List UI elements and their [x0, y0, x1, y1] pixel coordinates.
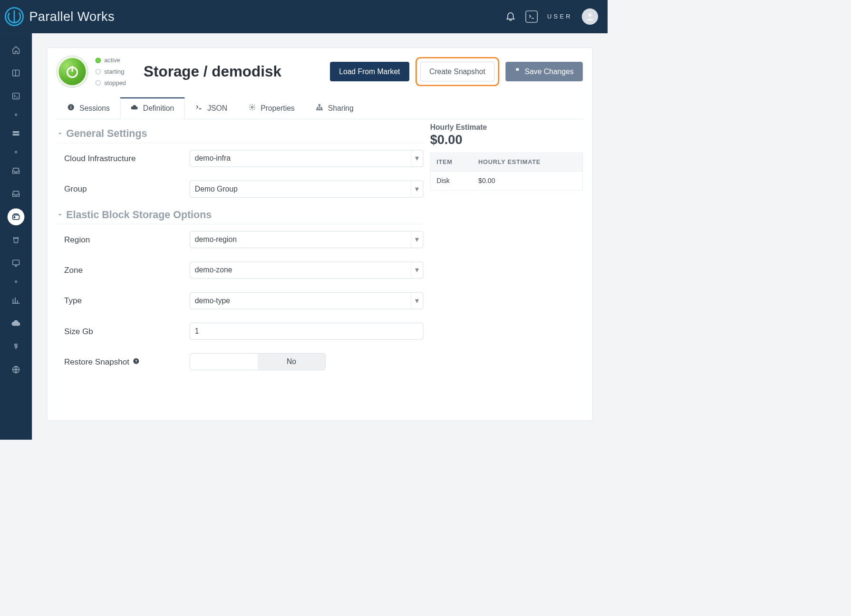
group-select[interactable]: Demo Group ▾	[190, 181, 423, 198]
select-value: demo-type	[195, 296, 230, 305]
select-value: Demo Group	[195, 184, 238, 193]
status-label: starting	[104, 68, 124, 75]
tab-sessions[interactable]: Sessions	[57, 97, 120, 119]
panel-header: active starting stopped Storage / demodi…	[57, 56, 583, 87]
field-label: Restore Snapshot ?	[64, 357, 190, 366]
chevron-down-icon: ▾	[411, 181, 423, 197]
toggle-no[interactable]: No	[258, 354, 325, 370]
field-size-gb: Size Gb	[57, 316, 423, 346]
nav-separator	[15, 151, 18, 154]
nav-server[interactable]	[8, 125, 25, 142]
nav-inbox-1[interactable]	[8, 162, 25, 179]
svg-rect-13	[71, 106, 71, 109]
status-active: active	[96, 57, 126, 64]
nav-cloud[interactable]	[8, 315, 25, 332]
svg-rect-5	[13, 131, 19, 133]
svg-text:?: ?	[135, 359, 137, 364]
panel: active starting stopped Storage / demodi…	[47, 48, 593, 421]
svg-point-8	[14, 217, 15, 218]
svg-rect-17	[317, 109, 318, 110]
nav-monitor[interactable]	[8, 255, 25, 272]
info-icon	[67, 103, 75, 113]
flag-icon	[514, 67, 521, 76]
status-label: stopped	[104, 79, 126, 87]
cell-hourly: $0.00	[472, 171, 582, 190]
estimate-table: ITEM HOURLY ESTIMATE Disk $0.00	[430, 153, 583, 190]
tab-json[interactable]: JSON	[184, 97, 238, 119]
header-actions: Load From Market Create Snapshot Save Ch…	[330, 60, 583, 83]
nav-terminal[interactable]	[8, 87, 25, 105]
user-label[interactable]: USER	[547, 13, 572, 20]
table-row: Disk $0.00	[430, 171, 583, 190]
tab-definition[interactable]: Definition	[120, 97, 184, 119]
size-gb-value[interactable]	[195, 327, 418, 336]
chevron-down-icon	[57, 128, 63, 139]
section-title: Elastic Block Storage Options	[66, 209, 212, 221]
status-starting: starting	[96, 68, 126, 75]
svg-rect-6	[13, 134, 19, 135]
nav-home[interactable]	[8, 41, 25, 58]
field-restore-snapshot: Restore Snapshot ? No	[57, 346, 423, 377]
col-hourly: HOURLY ESTIMATE	[472, 153, 582, 172]
tabs: Sessions Definition JSON Properties Shar…	[57, 97, 583, 119]
select-value: demo-region	[195, 235, 237, 244]
section-general[interactable]: General Settings	[57, 123, 423, 143]
select-value: demo-infra	[195, 154, 231, 163]
network-icon	[316, 103, 323, 113]
nav-globe[interactable]	[8, 361, 25, 378]
status-legend: active starting stopped	[96, 57, 126, 87]
nav-chart[interactable]	[8, 292, 25, 309]
tab-properties[interactable]: Properties	[238, 97, 305, 119]
power-button[interactable]	[57, 56, 88, 87]
svg-rect-3	[13, 70, 19, 76]
topbar: Parallel Works USER	[0, 0, 608, 33]
create-snapshot-button[interactable]: Create Snapshot	[420, 62, 494, 81]
gear-icon	[248, 103, 256, 113]
svg-rect-14	[71, 105, 71, 106]
help-icon[interactable]: ?	[133, 357, 139, 366]
field-cloud-infrastructure: Cloud Infrastructure demo-infra ▾	[57, 143, 423, 173]
nav-bucket[interactable]	[8, 231, 25, 249]
select-value: demo-zone	[195, 266, 232, 275]
tab-label: Properties	[261, 104, 295, 113]
terminal-icon[interactable]	[525, 10, 538, 23]
svg-point-15	[251, 106, 253, 108]
nav-billing[interactable]	[8, 338, 25, 355]
status-label: active	[104, 57, 120, 64]
nav-panels[interactable]	[8, 65, 25, 82]
dot-icon	[96, 80, 101, 86]
load-from-market-button[interactable]: Load From Market	[330, 62, 409, 81]
toggle-yes[interactable]	[190, 354, 258, 370]
brand[interactable]: Parallel Works	[4, 7, 115, 27]
zone-select[interactable]: demo-zone ▾	[190, 261, 423, 279]
cell-item: Disk	[430, 171, 472, 190]
tab-sharing[interactable]: Sharing	[305, 97, 364, 119]
type-select[interactable]: demo-type ▾	[190, 292, 423, 309]
tab-label: Sharing	[328, 104, 354, 113]
highlight-create-snapshot: Create Snapshot	[416, 57, 499, 86]
estimate-amount: $0.00	[430, 133, 583, 147]
notifications-icon[interactable]	[505, 10, 516, 23]
tab-label: Definition	[143, 104, 174, 113]
nav-separator	[15, 113, 18, 116]
prompt-icon	[195, 103, 203, 113]
estimate-column: Hourly Estimate $0.00 ITEM HOURLY ESTIMA…	[430, 123, 583, 377]
size-gb-input[interactable]	[190, 323, 423, 340]
region-select[interactable]: demo-region ▾	[190, 231, 423, 248]
avatar[interactable]	[582, 9, 598, 25]
svg-rect-4	[13, 93, 19, 99]
chevron-down-icon: ▾	[411, 231, 423, 248]
chevron-down-icon: ▾	[411, 292, 423, 308]
field-label: Group	[64, 184, 190, 194]
section-ebs[interactable]: Elastic Block Storage Options	[57, 204, 423, 224]
restore-snapshot-toggle[interactable]: No	[190, 353, 326, 370]
nav-inbox-2[interactable]	[8, 185, 25, 202]
field-zone: Zone demo-zone ▾	[57, 255, 423, 285]
cloud-infrastructure-select[interactable]: demo-infra ▾	[190, 150, 423, 167]
cloud-icon	[131, 104, 138, 113]
chevron-down-icon	[57, 209, 63, 221]
save-changes-button[interactable]: Save Changes	[505, 62, 583, 81]
field-type: Type demo-type ▾	[57, 285, 423, 316]
tab-label: JSON	[207, 104, 227, 113]
nav-storage[interactable]	[8, 208, 25, 225]
